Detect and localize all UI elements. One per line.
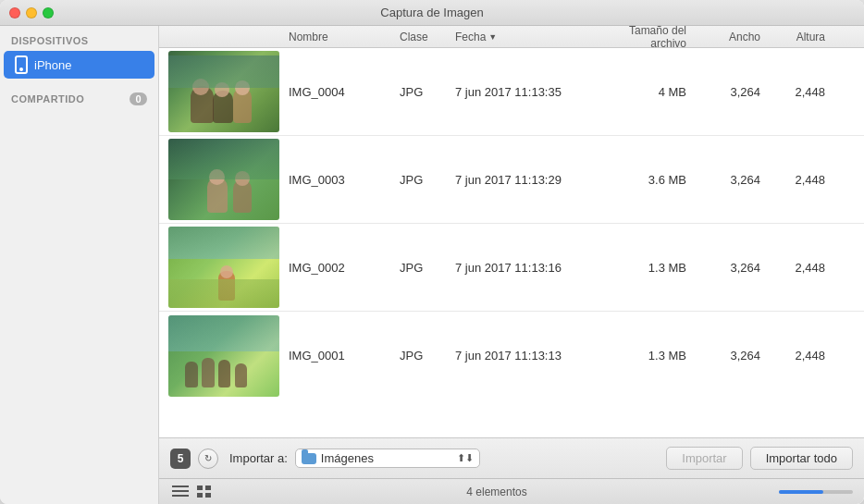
window-title: Captura de Imagen	[380, 6, 483, 19]
cell-size: 4 MB	[603, 85, 705, 99]
table-body: IMG_0004 JPG 7 jun 2017 11:13:35 4 MB 3,…	[159, 48, 864, 437]
cell-name: IMG_0002	[289, 261, 400, 275]
cell-name: IMG_0001	[289, 349, 400, 363]
import-button[interactable]: Importar	[666, 447, 742, 470]
col-header-size: Tamaño del archivo	[603, 26, 705, 50]
table-row[interactable]: IMG_0002 JPG 7 jun 2017 11:13:16 1.3 MB …	[159, 224, 864, 312]
sort-arrow-icon: ▼	[488, 32, 497, 42]
selection-count-badge: 5	[170, 449, 191, 469]
sidebar: DISPOSITIVOS iPhone COMPARTIDO 0	[0, 26, 159, 504]
list-view-icon	[172, 486, 189, 498]
cell-height: 2,448	[770, 173, 834, 187]
cell-class: JPG	[400, 349, 455, 363]
close-button[interactable]	[9, 7, 20, 18]
cell-width: 3,264	[705, 173, 770, 187]
progress-area	[779, 490, 853, 494]
maximize-button[interactable]	[43, 7, 54, 18]
dropdown-arrows-icon: ⬆⬇	[457, 452, 474, 464]
table-row[interactable]: IMG_0003 JPG 7 jun 2017 11:13:29 3.6 MB …	[159, 136, 864, 224]
folder-icon	[302, 453, 316, 464]
table-row[interactable]: IMG_0001 JPG 7 jun 2017 11:13:13 1.3 MB …	[159, 312, 864, 400]
col-header-height: Altura	[770, 31, 834, 43]
cell-class: JPG	[400, 173, 455, 187]
thumbnail	[168, 51, 279, 132]
svg-rect-3	[197, 486, 203, 490]
thumbnail-container	[168, 315, 289, 397]
cell-height: 2,448	[770, 261, 834, 275]
cell-height: 2,448	[770, 85, 834, 99]
content-area: DISPOSITIVOS iPhone COMPARTIDO 0 Nombre …	[0, 26, 864, 504]
sidebar-item-iphone[interactable]: iPhone	[4, 51, 154, 79]
sidebar-item-iphone-label: iPhone	[34, 58, 71, 72]
progress-bar-container	[779, 490, 853, 494]
svg-rect-5	[197, 493, 203, 498]
cell-size: 1.3 MB	[603, 261, 705, 275]
cell-width: 3,264	[705, 85, 770, 99]
col-header-class: Clase	[400, 31, 455, 43]
titlebar: Captura de Imagen	[0, 0, 864, 26]
list-view-button[interactable]	[170, 484, 191, 500]
svg-rect-1	[172, 490, 189, 492]
svg-rect-6	[205, 493, 211, 498]
cell-name: IMG_0004	[289, 85, 400, 99]
thumbnail-container	[168, 51, 289, 132]
import-label: Importar a:	[229, 451, 288, 465]
thumbnail	[168, 139, 279, 220]
col-header-width: Ancho	[705, 31, 770, 43]
cell-class: JPG	[400, 261, 455, 275]
main-panel: Nombre Clase Fecha ▼ Tamaño del archivo …	[159, 26, 864, 504]
window: Captura de Imagen DISPOSITIVOS iPhone CO…	[0, 0, 864, 504]
import-destination-selector[interactable]: Imágenes ⬆⬇	[295, 449, 480, 468]
destination-label: Imágenes	[321, 451, 452, 465]
shared-badge: 0	[130, 92, 147, 105]
devices-section-header: DISPOSITIVOS	[0, 26, 158, 50]
refresh-button[interactable]: ↻	[198, 449, 218, 469]
progress-bar-fill	[779, 490, 823, 494]
grid-view-icon	[197, 486, 212, 498]
cell-class: JPG	[400, 85, 455, 99]
cell-date: 7 jun 2017 11:13:29	[455, 173, 603, 187]
status-bar: 4 elementos	[159, 478, 864, 504]
import-all-button[interactable]: Importar todo	[750, 447, 853, 470]
thumbnail	[168, 227, 279, 308]
col-header-date[interactable]: Fecha ▼	[455, 31, 603, 43]
cell-name: IMG_0003	[289, 173, 400, 187]
svg-rect-4	[205, 486, 211, 490]
cell-date: 7 jun 2017 11:13:13	[455, 349, 603, 363]
item-count-text: 4 elementos	[215, 486, 779, 498]
table-header: Nombre Clase Fecha ▼ Tamaño del archivo …	[159, 26, 864, 48]
svg-rect-2	[172, 495, 189, 497]
window-controls	[9, 7, 54, 18]
shared-section-header: COMPARTIDO 0	[0, 80, 158, 109]
cell-width: 3,264	[705, 349, 770, 363]
cell-date: 7 jun 2017 11:13:35	[455, 85, 603, 99]
iphone-icon	[15, 55, 28, 74]
minimize-button[interactable]	[26, 7, 37, 18]
view-controls	[170, 484, 215, 500]
cell-height: 2,448	[770, 349, 834, 363]
bottom-bar: 5 ↻ Importar a: Imágenes ⬆⬇ Importar Imp…	[159, 437, 864, 478]
thumbnail	[168, 315, 279, 397]
cell-size: 3.6 MB	[603, 173, 705, 187]
thumbnail-container	[168, 227, 289, 308]
cell-size: 1.3 MB	[603, 349, 705, 363]
thumbnail-container	[168, 139, 289, 220]
shared-header-text: COMPARTIDO	[11, 93, 84, 104]
cell-width: 3,264	[705, 261, 770, 275]
grid-view-button[interactable]	[194, 484, 215, 500]
cell-date: 7 jun 2017 11:13:16	[455, 261, 603, 275]
table-row[interactable]: IMG_0004 JPG 7 jun 2017 11:13:35 4 MB 3,…	[159, 48, 864, 136]
col-header-name: Nombre	[289, 31, 400, 43]
svg-rect-0	[172, 486, 189, 487]
